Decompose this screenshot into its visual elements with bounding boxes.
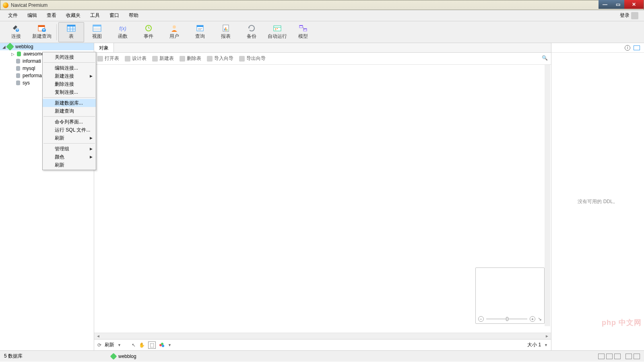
size-dropdown-icon[interactable]: ▼ [544, 343, 548, 347]
toolbar-view[interactable]: 视图 [84, 22, 110, 42]
ddl-icon[interactable] [634, 45, 640, 50]
color-tool-icon[interactable] [159, 342, 165, 348]
search-icon[interactable]: 🔍 [542, 55, 548, 61]
ctx-color[interactable]: 颜色▶ [43, 153, 96, 161]
btn-delete-table[interactable]: 删除表 [178, 54, 203, 63]
ctx-run-sql-file[interactable]: 运行 SQL 文件... [43, 126, 96, 134]
ctx-separator [43, 143, 95, 144]
ctx-manage-group[interactable]: 管理组▶ [43, 145, 96, 153]
scroll-left-icon[interactable]: ◄ [96, 334, 101, 339]
svg-rect-26 [224, 29, 225, 31]
btn-export-wizard[interactable]: 导出向导 [237, 54, 267, 63]
svg-text:f(x): f(x) [119, 26, 126, 31]
ctx-new-database[interactable]: 新建数据库... [43, 99, 96, 107]
status-connection-label: webblog [118, 354, 136, 359]
zoom-slider[interactable] [486, 319, 527, 319]
menubar: 文件 编辑 查看 收藏夹 工具 窗口 帮助 登录 [0, 10, 644, 21]
window-controls: — ▭ ✕ [599, 0, 644, 9]
toolbar-query[interactable]: 查询 [187, 22, 213, 42]
database-icon [15, 80, 21, 86]
zoom-fit-icon[interactable]: ↘ [538, 316, 542, 322]
ctx-separator [43, 62, 95, 63]
ctx-edit-connection[interactable]: 编辑连接... [43, 64, 96, 72]
expand-icon[interactable]: ▷ [10, 52, 15, 56]
toolbar-model[interactable]: 模型 [290, 22, 316, 42]
toolbar-new-query[interactable]: + 新建查询 [29, 22, 55, 42]
ddl-placeholder: 没有可用的 DDL。 [578, 198, 617, 205]
main-area: 对象 打开表 设计表 新建表 删除表 导入向导 导出向导 🔍 − + ↘ ◄ [94, 43, 551, 350]
svg-text:+: + [16, 27, 19, 32]
maximize-button[interactable]: ▭ [611, 0, 624, 9]
view-mode-list-icon[interactable] [606, 354, 613, 359]
hand-tool-icon[interactable]: ✋ [139, 342, 145, 348]
import-icon [207, 56, 213, 62]
svg-text:+: + [42, 27, 45, 32]
panel-toggle-right-icon[interactable] [634, 354, 640, 359]
toolbar-report[interactable]: 报表 [213, 22, 239, 42]
menu-view[interactable]: 查看 [42, 10, 61, 21]
toolbar-event[interactable]: 事件 [136, 22, 161, 42]
btn-design-table[interactable]: 设计表 [123, 54, 148, 63]
info-icon[interactable]: i [625, 45, 630, 51]
pointer-tool-icon[interactable]: ↖ [132, 342, 136, 348]
ctx-close-connection[interactable]: 关闭连接 [43, 53, 96, 61]
menu-tools[interactable]: 工具 [85, 10, 105, 21]
zoom-out-button[interactable]: − [478, 316, 484, 322]
ctx-new-query[interactable]: 新建查询 [43, 107, 96, 115]
ctx-refresh[interactable]: 刷新 [43, 161, 96, 169]
function-icon: f(x) [118, 24, 128, 32]
toolbar-connect[interactable]: + 连接 [3, 22, 29, 42]
connection-icon [6, 43, 14, 51]
new-table-icon [152, 56, 158, 62]
zoom-thumb[interactable] [506, 317, 508, 321]
menu-edit[interactable]: 编辑 [23, 10, 42, 21]
ctx-copy-connection[interactable]: 复制连接... [43, 88, 96, 96]
view-mode-detail-icon[interactable] [614, 354, 621, 359]
menu-window[interactable]: 窗口 [105, 10, 124, 21]
toolbar-autorun[interactable]: 自动运行 [264, 22, 290, 42]
toolbar-user[interactable]: 用户 [161, 22, 187, 42]
toolbar-function[interactable]: f(x) 函数 [110, 22, 136, 42]
ctx-delete-connection[interactable]: 删除连接 [43, 80, 96, 88]
btn-new-table[interactable]: 新建表 [151, 54, 175, 63]
collapse-icon[interactable]: ◢ [2, 45, 6, 49]
close-button[interactable]: ✕ [624, 0, 644, 9]
ctx-refresh-sub[interactable]: 刷新▶ [43, 134, 96, 142]
btn-import-wizard[interactable]: 导入向导 [205, 54, 235, 63]
menu-favorites[interactable]: 收藏夹 [61, 10, 85, 21]
menu-help[interactable]: 帮助 [124, 10, 143, 21]
avatar-icon [631, 12, 638, 19]
ctx-new-connection[interactable]: 新建连接▶ [43, 72, 96, 80]
panel-toggle-left-icon[interactable] [625, 354, 632, 359]
zoom-in-button[interactable]: + [530, 316, 535, 322]
delete-table-icon [180, 56, 185, 62]
vertical-scrollbar[interactable] [545, 65, 550, 326]
ctx-separator [43, 97, 95, 98]
minimize-button[interactable]: — [599, 0, 611, 9]
horizontal-scrollbar[interactable]: ◄ ► [94, 333, 551, 339]
tab-objects[interactable]: 对象 [94, 43, 114, 52]
svg-rect-7 [67, 25, 75, 27]
schedule-icon [272, 24, 282, 32]
tree-connection[interactable]: ◢ webblog [0, 43, 94, 50]
menu-file[interactable]: 文件 [3, 10, 23, 21]
toolbar-table[interactable]: 表 [58, 22, 84, 42]
refresh-dropdown-icon[interactable]: ▼ [118, 343, 121, 347]
toolbar-backup[interactable]: 备份 [239, 22, 264, 42]
scroll-right-icon[interactable]: ► [545, 334, 549, 339]
statusbar: 5 数据库 webblog [0, 350, 644, 362]
view-mode-grid-icon[interactable] [598, 354, 605, 359]
login-button[interactable]: 登录 [617, 10, 641, 21]
color-dropdown-icon[interactable]: ▼ [168, 343, 171, 347]
submenu-arrow-icon: ▶ [90, 74, 93, 78]
btn-open-table[interactable]: 打开表 [96, 54, 121, 63]
ctx-command-line[interactable]: 命令列界面... [43, 118, 96, 126]
new-query-icon: + [37, 24, 47, 32]
select-tool-icon[interactable]: ⬚ [148, 341, 156, 349]
refresh-label[interactable]: 刷新 [105, 341, 114, 348]
view-icon [92, 24, 102, 32]
window-title: Navicat Premium [11, 2, 47, 8]
size-label[interactable]: 大小 1 [527, 341, 541, 348]
refresh-icon[interactable]: ⟳ [97, 342, 101, 348]
minimap[interactable]: − + ↘ [475, 267, 545, 324]
